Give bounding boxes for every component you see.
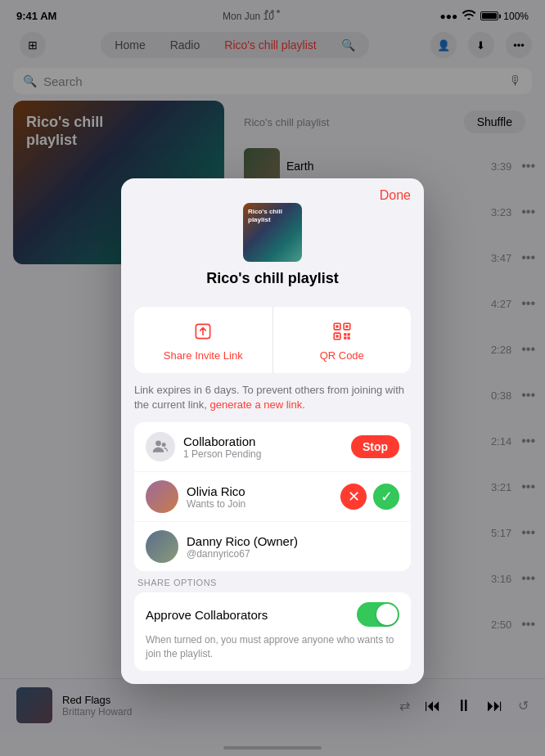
svg-rect-6 bbox=[336, 335, 338, 337]
person-row-olivia: Olivia Rico Wants to Join ✕ ✓ bbox=[134, 472, 411, 521]
danny-info: Danny Rico (Owner) @dannyrico67 bbox=[187, 534, 399, 560]
olivia-avatar bbox=[146, 480, 178, 513]
danny-name: Danny Rico (Owner) bbox=[187, 534, 399, 548]
share-options-card: Approve Collaborators When turned on, yo… bbox=[134, 592, 411, 671]
svg-rect-2 bbox=[336, 325, 338, 327]
svg-rect-8 bbox=[347, 333, 349, 335]
danny-handle: @dannyrico67 bbox=[187, 548, 399, 560]
share-link-icon bbox=[190, 318, 216, 344]
olivia-actions: ✕ ✓ bbox=[340, 484, 399, 510]
svg-rect-10 bbox=[347, 337, 349, 340]
share-sheet-modal: Done Rico's chill playlist Rico's chill … bbox=[121, 178, 424, 684]
approve-description: When turned on, you must approve anyone … bbox=[146, 633, 399, 661]
share-invite-link-button[interactable]: Share Invite Link bbox=[134, 307, 273, 373]
person-row-danny: Danny Rico (Owner) @dannyrico67 bbox=[134, 521, 411, 571]
collab-icon bbox=[146, 432, 175, 461]
link-expiry-text: Link expires in 6 days. To prevent other… bbox=[134, 383, 411, 412]
sheet-album-thumb-title: Rico's chill playlist bbox=[248, 208, 297, 223]
qr-code-icon bbox=[329, 318, 355, 344]
reject-olivia-button[interactable]: ✕ bbox=[340, 484, 367, 510]
stop-collaboration-button[interactable]: Stop bbox=[351, 435, 399, 458]
approve-toggle[interactable] bbox=[357, 602, 399, 627]
approve-collaborators-row: Approve Collaborators bbox=[146, 602, 399, 627]
svg-point-11 bbox=[155, 441, 161, 447]
accept-olivia-button[interactable]: ✓ bbox=[373, 484, 399, 510]
sheet-header: Done bbox=[121, 178, 424, 203]
collab-title: Collaboration bbox=[183, 434, 351, 448]
toggle-thumb bbox=[376, 604, 398, 625]
approve-label: Approve Collaborators bbox=[146, 608, 268, 622]
olivia-name: Olivia Rico bbox=[187, 484, 332, 498]
share-options-section: SHARE OPTIONS Approve Collaborators When… bbox=[134, 578, 411, 671]
collab-text: Collaboration 1 Person Pending bbox=[183, 434, 351, 460]
svg-rect-4 bbox=[345, 325, 348, 327]
sheet-album-thumb: Rico's chill playlist bbox=[243, 203, 302, 262]
svg-point-12 bbox=[162, 443, 166, 447]
share-invite-label: Share Invite Link bbox=[164, 349, 243, 362]
collab-pending: 1 Person Pending bbox=[183, 448, 351, 460]
olivia-info: Olivia Rico Wants to Join bbox=[187, 484, 332, 510]
done-button[interactable]: Done bbox=[380, 188, 411, 203]
svg-rect-7 bbox=[344, 333, 346, 335]
collab-header: Collaboration 1 Person Pending Stop bbox=[134, 422, 411, 472]
share-options-header: SHARE OPTIONS bbox=[134, 578, 411, 587]
danny-avatar bbox=[146, 530, 178, 563]
svg-rect-9 bbox=[344, 337, 346, 340]
qr-code-button[interactable]: QR Code bbox=[273, 307, 412, 373]
olivia-status: Wants to Join bbox=[187, 498, 332, 510]
collaboration-section: Collaboration 1 Person Pending Stop Oliv… bbox=[134, 422, 411, 571]
sheet-playlist-title: Rico's chill playlist bbox=[206, 270, 338, 287]
share-options-row: Share Invite Link QR Code bbox=[134, 307, 411, 373]
qr-code-label: QR Code bbox=[320, 349, 364, 362]
generate-link-button[interactable]: generate a new link. bbox=[210, 398, 305, 411]
